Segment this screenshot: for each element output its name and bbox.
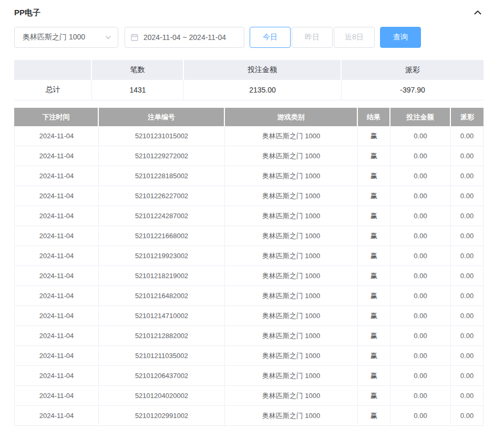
cell-order-id: 52101231015002	[99, 126, 225, 146]
bet-records-table: 下注时间 注单编号 游戏类别 结果 投注金额 派彩 2024-11-04 521…	[14, 108, 484, 426]
quick-filter-yesterday[interactable]: 昨日	[292, 27, 333, 48]
cell-game-type: 奥林匹斯之门 1000	[225, 206, 358, 226]
cell-game-type: 奥林匹斯之门 1000	[225, 186, 358, 206]
col-header-payout: 派彩	[451, 108, 484, 126]
cell-bet-amount: 0.00	[390, 366, 451, 385]
cell-result: 赢	[358, 246, 390, 266]
cell-result: 赢	[358, 406, 390, 425]
cell-payout: 0.00	[451, 286, 483, 305]
cell-order-id: 52101214710002	[99, 306, 225, 325]
cell-game-type: 奥林匹斯之门 1000	[225, 286, 358, 305]
col-header-order-id: 注单编号	[99, 108, 225, 126]
calendar-icon	[130, 33, 139, 42]
cell-payout: 0.00	[451, 146, 483, 166]
cell-game-type: 奥林匹斯之门 1000	[225, 266, 358, 286]
cell-bet-amount: 0.00	[390, 406, 451, 425]
game-select[interactable]: 奥林匹斯之门 1000	[14, 27, 118, 48]
cell-bet-amount: 0.00	[390, 226, 451, 246]
summary-total-count: 1431	[92, 80, 184, 100]
cell-order-id: 52101216482002	[99, 286, 225, 305]
quick-filter-last8days[interactable]: 近8日	[334, 27, 375, 48]
quick-filter-today[interactable]: 今日	[250, 27, 291, 48]
cell-payout: 0.00	[451, 306, 483, 325]
summary-header-bet-amount: 投注金额	[184, 60, 342, 80]
cell-bet-time: 2024-11-04	[15, 286, 99, 305]
summary-header-row: 笔数 投注金额 派彩	[14, 60, 484, 80]
cell-game-type: 奥林匹斯之门 1000	[225, 246, 358, 266]
table-row: 2024-11-04 52101226227002 奥林匹斯之门 1000 赢 …	[15, 186, 483, 206]
cell-order-id: 52101221668002	[99, 226, 225, 246]
table-row: 2024-11-04 52101228185002 奥林匹斯之门 1000 赢 …	[15, 166, 483, 186]
cell-bet-time: 2024-11-04	[15, 346, 99, 365]
page-title: PP电子	[14, 8, 40, 18]
cell-order-id: 52101218219002	[99, 266, 225, 286]
table-row: 2024-11-04 52101221668002 奥林匹斯之门 1000 赢 …	[15, 226, 483, 246]
chevron-up-icon	[474, 8, 482, 17]
summary-total-payout: -397.90	[342, 80, 484, 100]
cell-order-id: 52101206437002	[99, 366, 225, 385]
table-row: 2024-11-04 52101224287002 奥林匹斯之门 1000 赢 …	[15, 206, 483, 226]
summary-table: 笔数 投注金额 派彩 总计 1431 2135.00 -397.90	[14, 60, 484, 100]
cell-result: 赢	[358, 126, 390, 146]
cell-payout: 0.00	[451, 206, 483, 226]
cell-payout: 0.00	[451, 366, 483, 385]
cell-bet-time: 2024-11-04	[15, 406, 99, 425]
cell-order-id: 52101204020002	[99, 386, 225, 405]
cell-order-id: 52101224287002	[99, 206, 225, 226]
table-header-row: 下注时间 注单编号 游戏类别 结果 投注金额 派彩	[14, 108, 484, 126]
cell-payout: 0.00	[451, 406, 483, 425]
cell-bet-time: 2024-11-04	[15, 186, 99, 206]
collapse-button[interactable]	[472, 7, 484, 18]
cell-result: 赢	[358, 266, 390, 286]
date-range-picker[interactable]: 2024-11-04 ~ 2024-11-04	[125, 27, 244, 48]
cell-payout: 0.00	[451, 386, 483, 405]
cell-bet-time: 2024-11-04	[15, 146, 99, 166]
cell-game-type: 奥林匹斯之门 1000	[225, 126, 358, 146]
cell-bet-time: 2024-11-04	[15, 206, 99, 226]
search-button[interactable]: 查询	[380, 27, 421, 48]
panel-header: PP电子	[14, 7, 484, 18]
col-header-bet-amount: 投注金额	[390, 108, 451, 126]
cell-order-id: 52101219923002	[99, 246, 225, 266]
cell-result: 赢	[358, 306, 390, 325]
cell-payout: 0.00	[451, 166, 483, 186]
cell-bet-amount: 0.00	[390, 286, 451, 305]
chevron-down-icon	[105, 34, 111, 40]
cell-game-type: 奥林匹斯之门 1000	[225, 326, 358, 345]
table-row: 2024-11-04 52101204020002 奥林匹斯之门 1000 赢 …	[15, 386, 483, 406]
cell-result: 赢	[358, 346, 390, 365]
cell-bet-time: 2024-11-04	[15, 126, 99, 146]
cell-bet-amount: 0.00	[390, 386, 451, 405]
cell-bet-time: 2024-11-04	[15, 326, 99, 345]
table-row: 2024-11-04 52101202991002 奥林匹斯之门 1000 赢 …	[15, 406, 483, 426]
cell-bet-amount: 0.00	[390, 266, 451, 286]
table-row: 2024-11-04 52101231015002 奥林匹斯之门 1000 赢 …	[15, 126, 483, 146]
cell-game-type: 奥林匹斯之门 1000	[225, 166, 358, 186]
summary-total-row: 总计 1431 2135.00 -397.90	[14, 80, 484, 100]
cell-order-id: 52101229272002	[99, 146, 225, 166]
table-row: 2024-11-04 52101219923002 奥林匹斯之门 1000 赢 …	[15, 246, 483, 266]
table-body: 2024-11-04 52101231015002 奥林匹斯之门 1000 赢 …	[14, 126, 484, 426]
cell-order-id: 52101211035002	[99, 346, 225, 365]
cell-payout: 0.00	[451, 226, 483, 246]
pp-games-panel: PP电子 奥林匹斯之门 1000	[0, 0, 504, 426]
summary-header-payout: 派彩	[342, 60, 484, 80]
col-header-game-type: 游戏类别	[225, 108, 358, 126]
cell-bet-amount: 0.00	[390, 306, 451, 325]
summary-header-count: 笔数	[92, 60, 184, 80]
cell-bet-amount: 0.00	[390, 146, 451, 166]
table-row: 2024-11-04 52101214710002 奥林匹斯之门 1000 赢 …	[15, 306, 483, 326]
cell-payout: 0.00	[451, 126, 483, 146]
cell-game-type: 奥林匹斯之门 1000	[225, 386, 358, 405]
cell-bet-amount: 0.00	[390, 206, 451, 226]
cell-bet-amount: 0.00	[390, 346, 451, 365]
cell-game-type: 奥林匹斯之门 1000	[225, 406, 358, 425]
date-range-value: 2024-11-04 ~ 2024-11-04	[143, 33, 226, 42]
summary-header-empty	[14, 60, 92, 80]
cell-order-id: 52101202991002	[99, 406, 225, 425]
cell-result: 赢	[358, 146, 390, 166]
cell-game-type: 奥林匹斯之门 1000	[225, 306, 358, 325]
game-select-value: 奥林匹斯之门 1000	[23, 33, 85, 42]
table-row: 2024-11-04 52101216482002 奥林匹斯之门 1000 赢 …	[15, 286, 483, 306]
cell-payout: 0.00	[451, 326, 483, 345]
